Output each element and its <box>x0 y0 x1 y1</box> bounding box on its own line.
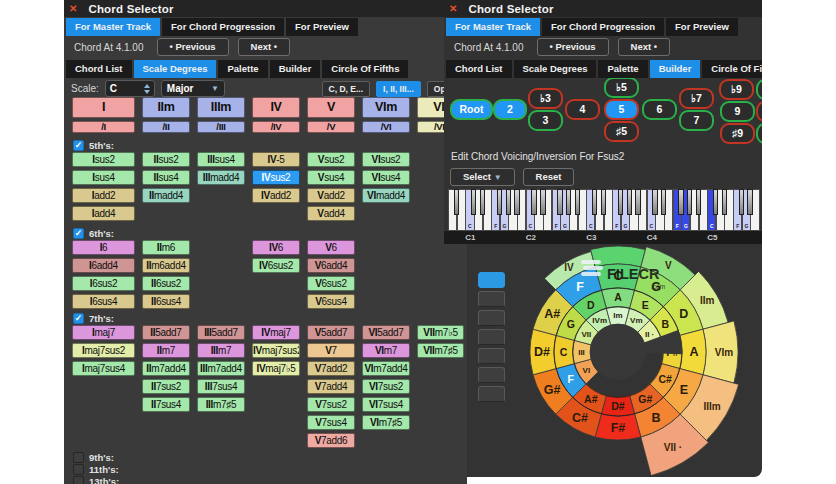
chord-button-ii5add7[interactable]: II5add7 <box>142 325 190 340</box>
chord-button-iim6[interactable]: IIm6 <box>142 240 190 255</box>
chord-button-ii7sus2[interactable]: II7sus2 <box>142 379 190 394</box>
close-icon[interactable]: ✕ <box>69 3 77 14</box>
chord-button-isus4[interactable]: Isus4 <box>72 170 135 185</box>
side-list-button[interactable] <box>478 329 505 345</box>
chord-button-v6[interactable]: V6 <box>307 240 355 255</box>
chord-button-vimadd4[interactable]: VImadd4 <box>362 188 410 203</box>
chord-button-v7add2[interactable]: V7add2 <box>307 361 355 376</box>
chord-button-iv[interactable]: IV <box>252 97 300 118</box>
piano-key-black[interactable] <box>540 189 545 215</box>
builder-note-button-5[interactable]: ♯5 <box>604 121 639 142</box>
chord-button-ii7sus4[interactable]: II7sus4 <box>142 397 190 412</box>
chord-button-i6add4[interactable]: I6add4 <box>72 258 135 273</box>
piano-key-black[interactable] <box>722 189 727 215</box>
chord-button-vim7[interactable]: VIm7 <box>362 343 410 358</box>
piano-key-black[interactable] <box>531 189 536 215</box>
builder-note-button-7[interactable]: 7 <box>679 110 714 131</box>
builder-note-button-5[interactable]: 5 <box>604 99 639 120</box>
checkbox-6th-s[interactable]: ✓ <box>73 228 84 239</box>
builder-note-button-root[interactable]: Root <box>450 99 493 120</box>
checkbox-9th-s[interactable] <box>73 452 84 463</box>
tab-for-master-track[interactable]: For Master Track <box>66 18 160 36</box>
next-button[interactable]: Next • <box>618 38 671 56</box>
piano-key-black[interactable] <box>575 189 580 215</box>
checkbox-7th-s[interactable]: ✓ <box>73 313 84 324</box>
tab-builder[interactable]: Builder <box>650 60 701 78</box>
chord-button-v6sus4[interactable]: V6sus4 <box>307 294 355 309</box>
tab-circle-of-fifths[interactable]: Circle Of Fifths <box>702 60 762 78</box>
chord-button-ii[interactable]: /II <box>142 121 190 133</box>
builder-note-button-9[interactable]: ♯9 <box>720 123 755 144</box>
side-list-button[interactable] <box>478 310 505 326</box>
chord-button-visus2[interactable]: VIsus2 <box>362 152 410 167</box>
chord-button-visus4[interactable]: VIsus4 <box>362 170 410 185</box>
chord-button-vim7add4[interactable]: VIm7add4 <box>362 361 410 376</box>
chord-button-iisus4[interactable]: IIsus4 <box>142 170 190 185</box>
chord-button-iii[interactable]: /III <box>197 121 245 133</box>
chord-button-v[interactable]: /V <box>307 121 355 133</box>
piano-key-black[interactable] <box>627 189 632 215</box>
builder-note-button-3[interactable]: ♭3 <box>528 88 563 109</box>
chord-button-isus2[interactable]: Isus2 <box>72 152 135 167</box>
chord-button-iim7add4[interactable]: IIm7add4 <box>142 361 190 376</box>
chord-button-vsus2[interactable]: Vsus2 <box>307 152 355 167</box>
checkbox-13th-s[interactable] <box>73 476 84 484</box>
tab-for-chord-progression[interactable]: For Chord Progression <box>542 18 664 36</box>
chord-button-i6sus2[interactable]: I6sus2 <box>72 276 135 291</box>
chord-button-ivsus2[interactable]: IVsus2 <box>252 170 300 185</box>
piano-key-black[interactable] <box>480 189 485 215</box>
builder-note-button[interactable] <box>756 123 762 144</box>
builder-note-button-4[interactable]: 4 <box>565 99 600 120</box>
piano-key-black[interactable] <box>713 189 718 215</box>
chord-button-imaj7sus4[interactable]: Imaj7sus4 <box>72 361 135 376</box>
piano-key-black[interactable] <box>696 189 701 215</box>
builder-note-button-7[interactable]: ♭7 <box>679 88 714 109</box>
chord-button-iim7[interactable]: IIm7 <box>142 343 190 358</box>
piano-key-black[interactable] <box>687 189 692 215</box>
piano-key-black[interactable] <box>506 189 511 215</box>
chord-button-i6[interactable]: I6 <box>72 240 135 255</box>
chord-button-ivmaj7-5[interactable]: IVmaj7♭5 <box>252 361 300 376</box>
piano-key-black[interactable] <box>592 189 597 215</box>
chord-button-iv6[interactable]: IV6 <box>252 240 300 255</box>
chord-button-iiim[interactable]: IIIm <box>197 97 245 118</box>
chord-button-imaj7[interactable]: Imaj7 <box>72 325 135 340</box>
chord-button-iv-5[interactable]: IV-5 <box>252 152 300 167</box>
note-names-toggle[interactable]: C, D, E... <box>322 81 370 97</box>
next-button[interactable]: Next • <box>238 38 291 56</box>
tab-for-preview[interactable]: For Preview <box>286 18 358 36</box>
builder-note-button-9[interactable]: 9 <box>720 101 755 122</box>
chord-button-vi5add7[interactable]: VI5add7 <box>362 325 410 340</box>
chord-button-ivadd2[interactable]: IVadd2 <box>252 188 300 203</box>
piano-key-black[interactable] <box>514 189 519 215</box>
chord-button-ivmaj7[interactable]: IVmaj7 <box>252 325 300 340</box>
chord-button-iiim7[interactable]: IIIm7 <box>197 343 245 358</box>
reset-voicing-button[interactable]: Reset <box>523 168 575 186</box>
chord-button-i6sus4[interactable]: I6sus4 <box>72 294 135 309</box>
tab-chord-list[interactable]: Chord List <box>446 60 512 78</box>
roman-numerals-toggle[interactable]: I, II, III... <box>376 81 421 97</box>
scale-mode-dropdown[interactable]: Major ▼ <box>161 80 225 97</box>
chord-button-v7sus4[interactable]: V7sus4 <box>307 415 355 430</box>
piano-key-black[interactable] <box>454 189 459 215</box>
piano-key-black[interactable] <box>739 189 744 215</box>
chord-button-v7sus2[interactable]: V7sus2 <box>307 397 355 412</box>
chord-button-vi[interactable]: /VI <box>362 121 410 133</box>
chord-button-v7[interactable]: V7 <box>307 343 355 358</box>
chord-button-ivmaj7sus2[interactable]: IVmaj7sus2 <box>252 343 300 358</box>
chord-button-iii7sus4[interactable]: III7sus4 <box>197 379 245 394</box>
piano-key-black[interactable] <box>635 189 640 215</box>
chord-button-v7add4[interactable]: V7add4 <box>307 379 355 394</box>
builder-note-button-9[interactable]: ♭9 <box>719 79 754 100</box>
spinner-arrows-icon[interactable] <box>144 84 150 94</box>
piano-key-black[interactable] <box>557 189 562 215</box>
chord-button-ii6sus2[interactable]: II6sus2 <box>142 276 190 291</box>
previous-button[interactable]: • Previous <box>157 38 229 56</box>
chord-button-iimadd4[interactable]: IImadd4 <box>142 188 190 203</box>
tab-circle-of-fifths[interactable]: Circle Of Fifths <box>322 60 408 78</box>
side-list-button[interactable] <box>478 367 505 383</box>
tab-builder[interactable]: Builder <box>270 60 321 78</box>
chord-button-iadd2[interactable]: Iadd2 <box>72 188 135 203</box>
builder-note-button[interactable] <box>756 101 762 122</box>
tab-for-chord-progression[interactable]: For Chord Progression <box>162 18 284 36</box>
